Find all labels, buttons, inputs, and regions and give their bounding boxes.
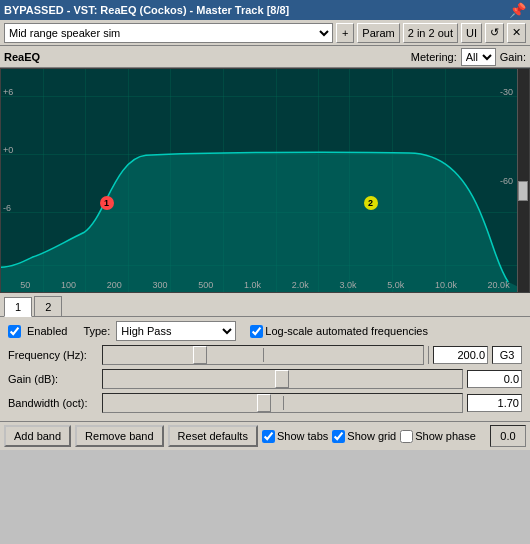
metering-select[interactable]: All [461, 48, 496, 66]
freq-divider [428, 346, 429, 364]
controls-area: Enabled Type: High Pass Low Pass Band Pa… [0, 317, 530, 421]
logscale-label: Log-scale automated frequencies [265, 325, 428, 337]
show-tabs-check: Show tabs [262, 430, 328, 443]
reset-defaults-button[interactable]: Reset defaults [168, 425, 258, 447]
eq-display[interactable]: +6 +0 -6 -30 -60 1 2 50 100 200 300 500 … [0, 68, 530, 293]
plugin-title: ReaEQ [4, 51, 40, 63]
band-1-dot[interactable]: 1 [100, 196, 114, 210]
frequency-value-input[interactable] [433, 346, 488, 364]
freq-3k: 3.0k [339, 280, 356, 290]
freq-2k: 2.0k [292, 280, 309, 290]
ui-button[interactable]: UI [461, 23, 482, 43]
gain-label: Gain (dB): [8, 373, 98, 385]
enabled-row: Enabled Type: High Pass Low Pass Band Pa… [8, 321, 522, 341]
frequency-slider-track[interactable] [102, 345, 424, 365]
header-row: ReaEQ Metering: All Gain: [0, 46, 530, 68]
param-button[interactable]: Param [357, 23, 399, 43]
freq-100: 100 [61, 280, 76, 290]
freq-labels: 50 100 200 300 500 1.0k 2.0k 3.0k 5.0k 1… [1, 280, 529, 290]
gain-label: Gain: [500, 51, 526, 63]
frequency-label: Frequency (Hz): [8, 349, 98, 361]
gain-scrollbar[interactable] [517, 69, 529, 292]
preset-select[interactable]: Mid range speaker sim [4, 23, 333, 43]
gain-row: Gain (dB): [8, 369, 522, 389]
show-tabs-checkbox[interactable] [262, 430, 275, 443]
freq-center-line [263, 348, 264, 362]
enabled-label: Enabled [27, 325, 67, 337]
show-tabs-label: Show tabs [277, 430, 328, 442]
title-text: BYPASSED - VST: ReaEQ (Cockos) - Master … [4, 4, 289, 16]
freq-10k: 10.0k [435, 280, 457, 290]
type-select[interactable]: High Pass Low Pass Band Pass Notch Low S… [116, 321, 236, 341]
logscale-check: Log-scale automated frequencies [250, 325, 428, 338]
show-phase-checkbox[interactable] [400, 430, 413, 443]
frequency-row: Frequency (Hz): [8, 345, 522, 365]
bottom-bar: Add band Remove band Reset defaults Show… [0, 421, 530, 450]
metering-label: Metering: [411, 51, 457, 63]
gain-slider-track[interactable] [102, 369, 463, 389]
show-grid-checkbox[interactable] [332, 430, 345, 443]
freq-1k: 1.0k [244, 280, 261, 290]
tab-2[interactable]: 2 [34, 296, 62, 316]
bandwidth-row: Bandwidth (oct): [8, 393, 522, 413]
gain-slider-thumb-ctrl[interactable] [275, 370, 289, 388]
tabs-row: 1 2 [0, 293, 530, 317]
bandwidth-value-input[interactable] [467, 394, 522, 412]
output-button[interactable]: 2 in 2 out [403, 23, 458, 43]
add-preset-button[interactable]: + [336, 23, 354, 43]
show-grid-check: Show grid [332, 430, 396, 443]
enabled-checkbox[interactable] [8, 325, 21, 338]
bandwidth-slider-thumb[interactable] [257, 394, 271, 412]
band-2-label: 2 [368, 198, 373, 208]
band-2-dot[interactable]: 2 [364, 196, 378, 210]
bandwidth-slider-track[interactable] [102, 393, 463, 413]
tab-1[interactable]: 1 [4, 297, 32, 317]
gain-value-input[interactable] [467, 370, 522, 388]
eq-curve-svg [1, 69, 529, 292]
add-band-button[interactable]: Add band [4, 425, 71, 447]
show-phase-check: Show phase [400, 430, 476, 443]
frequency-note-input[interactable] [492, 346, 522, 364]
freq-5k: 5.0k [387, 280, 404, 290]
bw-center-line [283, 396, 284, 410]
toolbar: Mid range speaker sim + Param 2 in 2 out… [0, 20, 530, 46]
type-label: Type: [83, 325, 110, 337]
freq-300: 300 [153, 280, 168, 290]
freq-50: 50 [20, 280, 30, 290]
title-bar: BYPASSED - VST: ReaEQ (Cockos) - Master … [0, 0, 530, 20]
freq-20k: 20.0k [488, 280, 510, 290]
logscale-checkbox[interactable] [250, 325, 263, 338]
show-phase-label: Show phase [415, 430, 476, 442]
pin-icon[interactable]: 📌 [509, 2, 526, 18]
freq-200: 200 [107, 280, 122, 290]
remove-band-button[interactable]: Remove band [75, 425, 164, 447]
gain-slider-thumb[interactable] [518, 181, 528, 201]
show-grid-label: Show grid [347, 430, 396, 442]
close-button[interactable]: ✕ [507, 23, 526, 43]
frequency-slider-thumb[interactable] [193, 346, 207, 364]
bandwidth-label: Bandwidth (oct): [8, 397, 98, 409]
header-right: Metering: All Gain: [411, 48, 526, 66]
reset-button[interactable]: ↺ [485, 23, 504, 43]
band-1-label: 1 [104, 198, 109, 208]
value-display: 0.0 [490, 425, 526, 447]
freq-500: 500 [198, 280, 213, 290]
